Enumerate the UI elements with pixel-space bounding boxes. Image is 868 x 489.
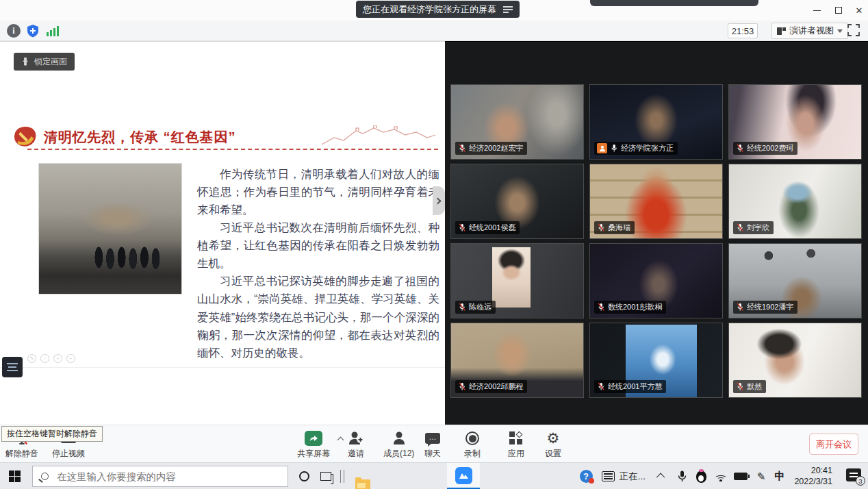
- annotation-toolbar-toggle[interactable]: [2, 357, 23, 377]
- mic-muted-icon: [597, 303, 605, 312]
- share-screen-button[interactable]: 共享屏幕: [297, 431, 330, 460]
- file-explorer-icon[interactable]: [355, 479, 370, 489]
- video-tile[interactable]: 桑海瑞: [589, 164, 723, 239]
- screen-share-banner[interactable]: 您正在观看经济学院张方正的屏幕: [356, 1, 520, 18]
- video-tile[interactable]: 经统2002费珂: [728, 84, 862, 160]
- members-label: 成员(12): [383, 448, 414, 460]
- view-mode-selector[interactable]: 演讲者视图: [771, 23, 848, 39]
- video-tile[interactable]: 经统2001侯磊: [450, 164, 584, 239]
- participant-name-chip: 经统1902潘宇: [733, 301, 797, 314]
- invite-button[interactable]: 邀请: [348, 431, 364, 460]
- task-view-icon[interactable]: [320, 472, 331, 481]
- participant-name: 经统2001侯磊: [469, 223, 515, 233]
- video-tile[interactable]: 刘宇欣: [728, 164, 862, 239]
- unmute-label: 解除静音: [5, 448, 38, 460]
- apps-button[interactable]: 应用: [508, 431, 524, 460]
- cortana-icon[interactable]: [299, 471, 309, 481]
- pin-screen-button[interactable]: 锁定画面: [14, 53, 75, 71]
- pen-tray-icon[interactable]: ✎: [754, 463, 768, 489]
- notification-badge: 3: [856, 476, 865, 486]
- share-screen-label: 共享屏幕: [297, 448, 330, 460]
- windows-taskbar: ? 正在... ✎ 中 20:41 2022/3/31 3: [0, 462, 868, 489]
- video-tile[interactable]: 经统2001平方慧: [589, 323, 723, 398]
- chat-button[interactable]: … 聊天: [424, 431, 441, 460]
- banner-menu-icon[interactable]: [503, 6, 513, 13]
- gear-icon: ⚙: [547, 431, 560, 445]
- shape-tool-icon[interactable]: ◦: [40, 354, 49, 363]
- participant-name-chip: 经济学院张方正: [594, 142, 678, 155]
- apps-label: 应用: [508, 448, 524, 460]
- members-person-icon: [392, 431, 407, 446]
- news-feed-text[interactable]: 正在...: [617, 463, 648, 489]
- video-tile[interactable]: 陈临远: [450, 243, 584, 318]
- share-options-caret[interactable]: [338, 438, 344, 443]
- mic-muted-icon: [458, 382, 466, 391]
- participant-name-chip: 桑海瑞: [594, 221, 635, 234]
- ime-indicator[interactable]: 中: [772, 463, 787, 489]
- taskbar-search[interactable]: [32, 466, 288, 487]
- participant-name: 经济学院张方正: [621, 143, 674, 153]
- wifi-tray-icon[interactable]: [713, 463, 728, 489]
- presenter-icon: [597, 143, 607, 153]
- minimize-button[interactable]: [806, 3, 827, 18]
- settings-button[interactable]: ⚙ 设置: [545, 431, 561, 460]
- video-tile[interactable]: 经济2002赵宏宇: [450, 84, 584, 160]
- zoom-in-icon[interactable]: +: [53, 354, 62, 363]
- video-tile[interactable]: 默然: [728, 323, 862, 398]
- fullscreen-icon[interactable]: [847, 24, 860, 36]
- participant-name: 经济2002赵宏宇: [469, 143, 523, 153]
- participant-name-chip: 经统2001侯磊: [455, 221, 520, 234]
- meeting-app-taskbar-button[interactable]: [447, 463, 480, 489]
- pin-label: 锁定画面: [34, 56, 67, 68]
- battery-tray-icon[interactable]: [732, 463, 749, 489]
- mic-muted-icon: [458, 144, 466, 153]
- mic-muted-icon: [736, 144, 744, 153]
- leave-meeting-button[interactable]: 离开会议: [809, 434, 858, 455]
- chat-bubble-icon: …: [425, 433, 440, 444]
- video-tile[interactable]: 数统2001彭歆桐: [589, 243, 723, 318]
- participant-name-chip: 陈临远: [455, 301, 496, 314]
- meeting-security-shield-icon[interactable]: [26, 24, 40, 38]
- participant-name-chip: 经济2002邱鹏程: [455, 380, 527, 393]
- meeting-duration-clock: 21:53: [728, 23, 758, 38]
- maximize-button[interactable]: [828, 3, 849, 18]
- participant-name: 经济2002邱鹏程: [469, 381, 523, 392]
- mic-muted-icon: [458, 223, 466, 232]
- shared-screen-area: 锁定画面 清明忆先烈，传承 “红色基因” 作为传统节日，清明承载着人们对故人的缅…: [0, 41, 445, 425]
- camera-feed: [492, 247, 531, 308]
- zoom-out-icon[interactable]: −: [66, 354, 75, 363]
- mic-on-icon: [610, 144, 618, 153]
- panel-expand-handle[interactable]: [433, 186, 445, 215]
- qq-tray-icon[interactable]: [694, 463, 708, 489]
- taskbar-clock[interactable]: 20:41 2022/3/31: [794, 465, 832, 488]
- record-label: 录制: [464, 448, 481, 460]
- participant-name: 默然: [747, 381, 762, 392]
- pen-tool-icon[interactable]: ✎: [27, 354, 36, 363]
- members-button[interactable]: 成员(12): [383, 431, 414, 460]
- tray-mic-icon[interactable]: [675, 463, 689, 489]
- video-tile[interactable]: 经统1902潘宇: [728, 243, 862, 318]
- video-tile[interactable]: 经济学院张方正: [589, 84, 723, 160]
- help-tray-icon[interactable]: ?: [578, 463, 594, 489]
- news-feed-icon[interactable]: [600, 463, 616, 489]
- participant-name: 数统2001彭歆桐: [608, 302, 662, 312]
- invite-label: 邀请: [348, 448, 364, 460]
- slide-photo: [39, 164, 181, 294]
- slide-title: 清明忆先烈，传承 “红色基因”: [44, 128, 236, 147]
- search-input[interactable]: [57, 471, 262, 482]
- participant-name-chip: 刘宇欣: [733, 221, 774, 234]
- presentation-tools[interactable]: ✎ ◦ + −: [27, 354, 75, 363]
- tray-expand-caret[interactable]: [654, 463, 668, 489]
- participant-name: 桑海瑞: [608, 223, 630, 233]
- network-signal-icon[interactable]: [47, 25, 59, 36]
- close-button[interactable]: ✕: [849, 3, 868, 18]
- mic-muted-icon: [597, 382, 605, 391]
- settings-label: 设置: [545, 448, 561, 460]
- meeting-app-icon: [455, 467, 472, 484]
- windows-start-button[interactable]: [9, 471, 21, 482]
- participant-name: 经统2002费珂: [747, 143, 793, 153]
- meeting-info-icon[interactable]: i: [7, 24, 21, 38]
- participant-name-chip: 经统2001平方慧: [594, 380, 666, 393]
- video-tile[interactable]: 经济2002邱鹏程: [450, 323, 584, 398]
- record-button[interactable]: 录制: [464, 431, 481, 460]
